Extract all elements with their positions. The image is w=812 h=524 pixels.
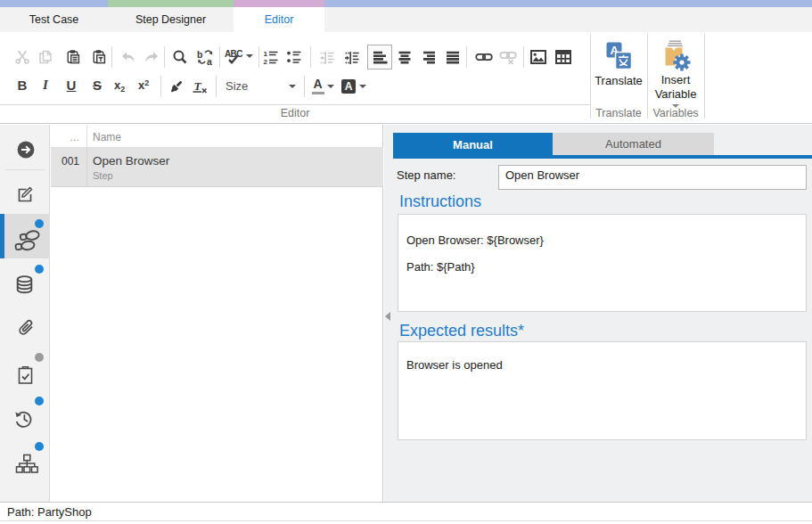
svg-text:2: 2 — [264, 58, 268, 65]
svg-text:T: T — [194, 79, 202, 93]
svg-text:a: a — [207, 56, 212, 66]
svg-text:b: b — [197, 49, 202, 60]
svg-text:ABC: ABC — [225, 49, 242, 59]
svg-text:1: 1 — [264, 50, 268, 58]
